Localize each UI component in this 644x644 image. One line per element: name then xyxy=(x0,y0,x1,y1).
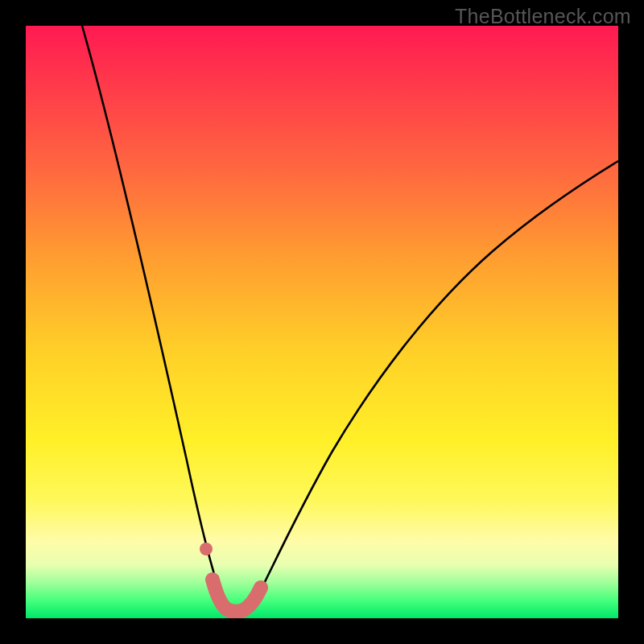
chart-plot-area xyxy=(26,26,618,618)
bottleneck-curve xyxy=(82,26,618,612)
watermark-text: TheBottleneck.com xyxy=(455,5,631,28)
chart-frame: TheBottleneck.com xyxy=(0,0,644,644)
highlight-dot xyxy=(200,543,213,555)
highlight-trough xyxy=(213,580,261,612)
chart-svg xyxy=(26,26,618,618)
